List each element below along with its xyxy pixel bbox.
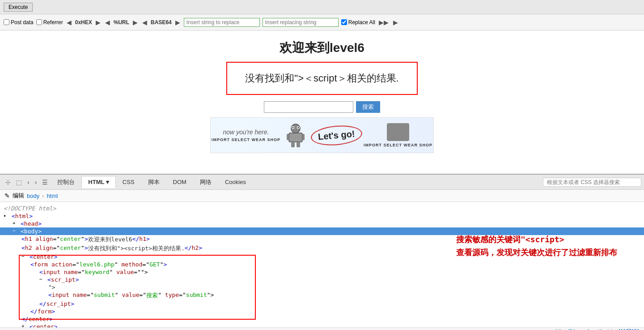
referrer-checkbox[interactable] [36, 19, 42, 25]
url-arrow-left[interactable]: ◀ [104, 19, 111, 26]
expand-head[interactable]: + [13, 220, 19, 226]
main-search-input[interactable] [264, 101, 353, 113]
replace-string-input[interactable] [184, 18, 260, 27]
devtools-list-icon[interactable]: ☰ [39, 177, 51, 188]
robot-icon [282, 122, 309, 149]
replace-all-text: Replace All [348, 19, 375, 26]
tab-css[interactable]: CSS [116, 176, 141, 188]
tab-console[interactable]: 控制台 [51, 176, 81, 189]
post-data-checkbox-label[interactable]: Post data [4, 19, 34, 26]
html-line-center2: + <center> [0, 323, 644, 327]
hex-arrow-left[interactable]: ◀ [66, 19, 72, 26]
result-text: 没有找到和">＜script＞相关的结果. [245, 72, 398, 85]
post-data-checkbox[interactable] [4, 19, 9, 25]
tab-network[interactable]: 网络 [193, 176, 218, 189]
expand-html[interactable]: ▸ [4, 213, 10, 219]
svg-rect-1 [289, 133, 302, 142]
referrer-label: Referrer [43, 19, 63, 26]
main-search-button[interactable]: 搜索 [356, 101, 380, 113]
html-line-form: <form action="level6.php" method="GET" > [0, 261, 644, 268]
devtools-search-input[interactable] [543, 178, 641, 187]
expand-center1[interactable]: − [21, 253, 28, 259]
main-content: 欢迎来到level6 没有找到和">＜script＞相关的结果. 搜索 now … [0, 30, 644, 174]
expand-scr-ipt[interactable]: − [39, 276, 46, 282]
url-arrow-right[interactable]: ▶ [132, 19, 139, 26]
tab-cookies[interactable]: Cookies [218, 176, 253, 188]
html-line-quote: "> [0, 283, 644, 291]
breadcrumb-body[interactable]: body [27, 193, 39, 199]
base64-arrow-right[interactable]: ▶ [174, 19, 181, 26]
base64-label: BASE64 [151, 19, 172, 26]
devtools-nav: ⊹ ⬚ ‹ › ☰ 控制台 HTML ▾ CSS 脚本 DOM 网络 Cooki… [0, 175, 644, 190]
annotation-line2: 查看源码，发现对关键次进行了过滤重新排布 [456, 246, 617, 259]
shop-text: now you're here. [223, 129, 269, 136]
post-data-label: Post data [11, 19, 34, 26]
hex-label: 0xHEX [75, 19, 92, 26]
shop-bottom-text-1: IMPORT SELECT WEAR SHOP [212, 137, 280, 142]
svg-rect-2 [287, 134, 289, 140]
devtools-inspect-icon[interactable]: ⬚ [13, 177, 25, 188]
expand-center2[interactable]: + [21, 323, 28, 327]
page-title: 欢迎来到level6 [280, 39, 364, 56]
tab-dom[interactable]: DOM [166, 176, 193, 188]
html-line-doctype: <!DOCTYPE html> [0, 205, 644, 212]
result-box: 没有找到和">＜script＞相关的结果. [226, 62, 417, 95]
annotation-box: 搜索敏感的关键词"<script> 查看源码，发现对关键次进行了过滤重新排布 [456, 233, 617, 259]
html-line-input-keyword: <input name="keyword" value=""> [0, 268, 644, 276]
html-line-head: + <head> [0, 220, 644, 227]
breadcrumb-html[interactable]: html [47, 193, 58, 199]
url-label: %URL [114, 19, 129, 26]
devtools-container: ⊹ ⬚ ‹ › ☰ 控制台 HTML ▾ CSS 脚本 DOM 网络 Cooki… [0, 174, 644, 330]
replace-final-arrow[interactable]: ▶ [392, 19, 399, 26]
second-toolbar: Post data Referrer ◀ 0xHEX ▶ ◀ %URL ▶ ◀ … [0, 14, 644, 30]
svg-rect-5 [297, 142, 300, 147]
shop-bottom-text-2: IMPORT SELECT WEAR SHOP [364, 143, 432, 147]
devtools-cursor-icon[interactable]: ⊹ [3, 177, 13, 188]
html-line-form-close: </form> [0, 308, 644, 315]
lets-go-text: Let's go! [310, 124, 363, 147]
replace-arrow-right[interactable]: ▶▶ [378, 19, 390, 26]
breadcrumb-edit-label: 编辑 [13, 192, 24, 200]
replace-all-checkbox[interactable] [341, 19, 347, 25]
top-toolbar: Execute [0, 0, 644, 14]
base64-arrow-left[interactable]: ◀ [141, 19, 148, 26]
tab-script[interactable]: 脚本 [141, 176, 166, 189]
svg-point-9 [297, 127, 299, 129]
svg-rect-4 [291, 142, 295, 147]
hex-arrow-right[interactable]: ▶ [95, 19, 102, 26]
shop-banner: now you're here. IMPORT SELECT WEAR SHOP… [210, 117, 434, 153]
bottom-url: https://blog.csdn.net/weixin_41177131 [556, 328, 640, 330]
tab-html[interactable]: HTML ▾ [81, 176, 116, 188]
html-line-center1-close: </center> [0, 315, 644, 323]
html-line-scr-ipt-close: </scr_ipt> [0, 300, 644, 308]
devtools-forward-icon[interactable]: › [32, 177, 40, 188]
replace-all-label[interactable]: Replace All [341, 19, 375, 26]
annotation-line1: 搜索敏感的关键词"<script> [456, 233, 617, 246]
html-line-html: ▸ <html> [0, 212, 644, 220]
html-line-input-submit: <input name="submit" value="搜索" type="su… [0, 291, 644, 300]
devtools-back-icon[interactable]: ‹ [25, 177, 32, 188]
edit-icon[interactable]: ✎ [4, 192, 10, 199]
breadcrumb-bar: ✎ 编辑 body ‹ html [0, 190, 644, 202]
replacing-string-input[interactable] [263, 18, 339, 27]
svg-rect-3 [302, 134, 305, 140]
expand-body[interactable]: − [13, 228, 19, 234]
svg-point-8 [292, 127, 293, 129]
html-editor[interactable]: <!DOCTYPE html> ▸ <html> + <head> − <bod… [0, 202, 644, 327]
referrer-checkbox-label[interactable]: Referrer [36, 19, 63, 26]
execute-button[interactable]: Execute [4, 3, 33, 12]
html-line-scr-ipt: − <scr_ipt> [0, 276, 644, 283]
search-bar-area: 搜索 [264, 101, 380, 113]
